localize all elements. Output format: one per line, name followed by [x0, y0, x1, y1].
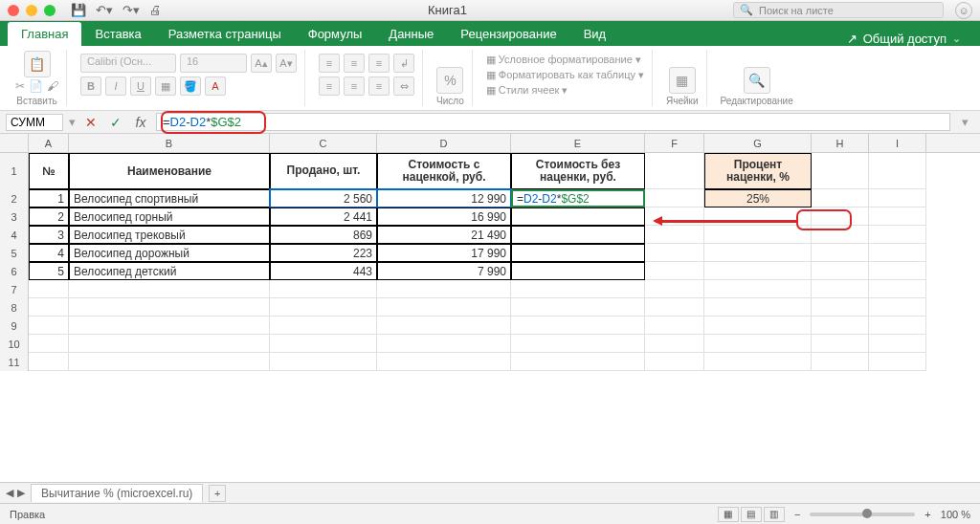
cell[interactable]: [869, 244, 926, 262]
active-edit-cell[interactable]: =D2-D2*$G$2: [511, 189, 645, 207]
cell-styles-button[interactable]: ▦ Стили ячеек ▾: [486, 84, 644, 97]
add-sheet-button[interactable]: +: [209, 485, 226, 502]
row-header[interactable]: 8: [0, 298, 29, 317]
increase-font-icon[interactable]: A▴: [251, 54, 272, 73]
cell[interactable]: 2 560: [270, 189, 377, 207]
bold-button[interactable]: B: [80, 76, 101, 96]
sheet-tab[interactable]: Вычитание % (microexcel.ru): [31, 484, 203, 502]
cell[interactable]: [704, 244, 812, 262]
row-header[interactable]: 1: [0, 153, 29, 189]
editing-group[interactable]: 🔍 Редактирование: [713, 50, 801, 106]
cell[interactable]: [645, 226, 704, 244]
italic-button[interactable]: I: [105, 76, 126, 96]
cell[interactable]: 7 990: [377, 262, 511, 280]
underline-button[interactable]: U: [130, 76, 151, 96]
row-header[interactable]: 6: [0, 262, 29, 280]
cut-icon[interactable]: ✂: [15, 79, 25, 93]
col-header[interactable]: H: [812, 134, 869, 152]
zoom-slider[interactable]: [810, 513, 915, 516]
print-icon[interactable]: 🖨: [149, 3, 162, 17]
border-button[interactable]: ▦: [155, 76, 176, 96]
sheet-search[interactable]: 🔍 Поиск на листе: [733, 2, 944, 18]
tab-nav-first-icon[interactable]: ◀: [6, 487, 13, 499]
cell[interactable]: 5: [29, 262, 69, 280]
formula-input[interactable]: =D2-D2*$G$2: [156, 113, 950, 131]
format-as-table-button[interactable]: ▦ Форматировать как таблицу ▾: [486, 69, 644, 81]
namebox-dropdown-icon[interactable]: ▾: [69, 115, 76, 129]
cell[interactable]: [812, 226, 869, 244]
cell[interactable]: 2 441: [270, 207, 377, 226]
cell[interactable]: [869, 189, 926, 207]
conditional-format-button[interactable]: ▦ Условное форматирование ▾: [486, 54, 644, 66]
font-color-button[interactable]: A: [205, 76, 226, 96]
cell[interactable]: [645, 262, 704, 280]
row-header[interactable]: 9: [0, 317, 29, 335]
markup-value-cell[interactable]: 25%: [704, 189, 812, 207]
row-header[interactable]: 3: [0, 207, 29, 226]
cell[interactable]: 443: [270, 262, 377, 280]
table-header[interactable]: Наименование: [69, 153, 270, 189]
align-bot-icon[interactable]: ≡: [368, 54, 390, 73]
cells-group[interactable]: ▦ Ячейки: [658, 50, 707, 106]
cell[interactable]: [869, 226, 926, 244]
cell[interactable]: 869: [270, 226, 377, 244]
zoom-out-button[interactable]: −: [794, 509, 800, 520]
close-icon[interactable]: [8, 5, 19, 16]
tab-insert[interactable]: Вставка: [81, 22, 154, 46]
merge-icon[interactable]: ⇔: [393, 76, 414, 96]
fx-icon[interactable]: fx: [131, 115, 150, 130]
col-header[interactable]: E: [511, 134, 645, 152]
cell[interactable]: 17 990: [377, 244, 511, 262]
redo-icon[interactable]: ↷▾: [122, 3, 140, 17]
cell[interactable]: [645, 189, 704, 207]
cell[interactable]: [812, 189, 869, 207]
tab-data[interactable]: Данные: [375, 22, 447, 46]
col-header[interactable]: I: [869, 134, 926, 152]
row-header[interactable]: 10: [0, 335, 29, 353]
col-header[interactable]: F: [645, 134, 704, 152]
col-header[interactable]: G: [704, 134, 812, 152]
table-header[interactable]: Стоимость с наценкой, руб.: [377, 153, 511, 189]
copy-icon[interactable]: 📄: [29, 79, 43, 93]
font-name-select[interactable]: Calibri (Осн...: [80, 54, 176, 73]
undo-icon[interactable]: ↶▾: [96, 3, 113, 17]
name-box[interactable]: [6, 114, 63, 131]
cell[interactable]: [704, 207, 812, 226]
align-top-icon[interactable]: ≡: [319, 54, 340, 73]
col-header[interactable]: B: [69, 134, 270, 152]
cell[interactable]: [511, 226, 645, 244]
cell[interactable]: 12 990: [377, 189, 511, 207]
number-group[interactable]: % Число: [429, 50, 473, 106]
tab-view[interactable]: Вид: [570, 22, 620, 46]
tab-home[interactable]: Главная: [8, 22, 81, 46]
tab-nav-last-icon[interactable]: ▶: [17, 487, 25, 499]
cell[interactable]: 21 490: [377, 226, 511, 244]
cell[interactable]: 16 990: [377, 207, 511, 226]
feedback-icon[interactable]: ☺: [955, 2, 972, 19]
decrease-font-icon[interactable]: A▾: [276, 54, 297, 73]
align-right-icon[interactable]: ≡: [368, 76, 390, 96]
format-painter-icon[interactable]: 🖌: [47, 79, 58, 93]
font-size-select[interactable]: 16: [180, 54, 247, 73]
align-mid-icon[interactable]: ≡: [344, 54, 365, 73]
wrap-text-icon[interactable]: ↲: [393, 54, 414, 73]
cell[interactable]: [812, 244, 869, 262]
cell[interactable]: [511, 207, 645, 226]
cell[interactable]: 223: [270, 244, 377, 262]
minimize-icon[interactable]: [26, 5, 37, 16]
cell[interactable]: [645, 153, 704, 189]
cell[interactable]: 3: [29, 226, 69, 244]
col-header[interactable]: D: [377, 134, 511, 152]
table-header[interactable]: Продано, шт.: [270, 153, 377, 189]
align-left-icon[interactable]: ≡: [319, 76, 340, 96]
paste-group[interactable]: 📋 ✂ 📄 🖌 Вставить: [8, 50, 67, 106]
markup-header[interactable]: Процент наценки, %: [704, 153, 812, 189]
cell[interactable]: [869, 153, 926, 189]
cell[interactable]: [704, 262, 812, 280]
row-header[interactable]: 7: [0, 280, 29, 298]
cancel-formula-button[interactable]: ✕: [81, 115, 100, 130]
cell[interactable]: [511, 262, 645, 280]
row-header[interactable]: 11: [0, 353, 29, 371]
table-header[interactable]: Стоимость без наценки, руб.: [511, 153, 645, 189]
cell[interactable]: Велосипед трековый: [69, 226, 270, 244]
